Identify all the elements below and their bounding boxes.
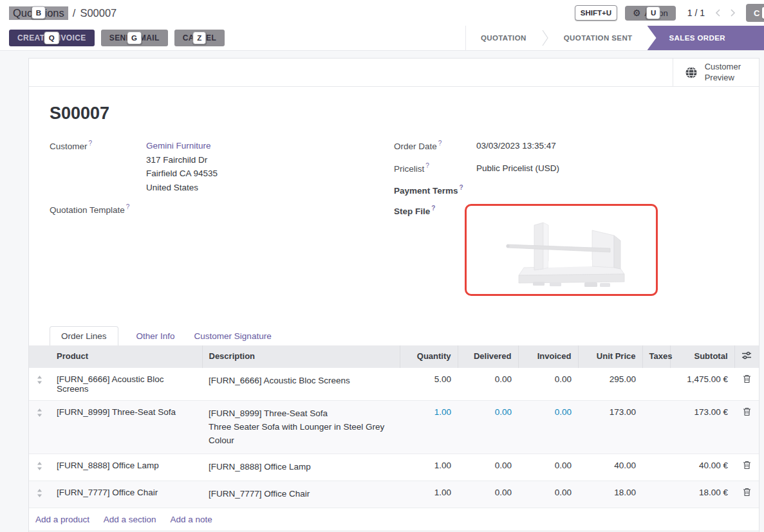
cell-product[interactable]: [FURN_6666] Acoustic Bloc Screens [50, 367, 202, 400]
stage-quotation-sent[interactable]: QUOTATION SENT [549, 26, 648, 50]
order-date-label: Order Date? [394, 139, 476, 153]
add-a-note-link[interactable]: Add a note [170, 515, 212, 524]
hotkey-hint-breadcrumb: B [32, 6, 46, 19]
field-payment-terms: Payment Terms? [394, 183, 738, 196]
chevron-right-icon [730, 8, 736, 17]
cell-description[interactable]: [FURN_6666] Acoustic Bloc Screens [202, 367, 400, 400]
field-step-file: Step File? [394, 204, 738, 296]
tab-customer-signature[interactable]: Customer Signature [193, 327, 273, 345]
status-pipeline: QUOTATION QUOTATION SENT SALES ORDER [465, 26, 764, 50]
cell-taxes[interactable] [642, 481, 670, 508]
delete-row-button[interactable] [734, 367, 759, 400]
trash-icon [743, 461, 751, 470]
cell-unit-price[interactable]: 295.00 [578, 367, 642, 400]
cell-delivered[interactable]: 0.00 [458, 454, 518, 481]
add-a-product-link[interactable]: Add a product [35, 515, 89, 524]
record-title: S00007 [50, 104, 738, 124]
help-icon: ? [425, 162, 429, 169]
cell-taxes[interactable] [642, 400, 670, 454]
cell-invoiced[interactable]: 0.00 [518, 367, 578, 400]
cell-invoiced[interactable]: 0.00 [518, 400, 578, 454]
cell-unit-price[interactable]: 173.00 [578, 400, 642, 454]
customer-address-line2: Fairfield CA 94535 [146, 169, 218, 178]
control-panel: CREATE INVOICE Q SEND EMAIL G CANCEL Z Q… [0, 26, 764, 51]
sheet-body: S00007 Customer? Gemini Furniture 317 Fa… [29, 87, 759, 532]
tab-order-lines[interactable]: Order Lines [50, 326, 118, 345]
cell-quantity[interactable]: 1.00 [400, 400, 458, 454]
cell-delivered[interactable]: 0.00 [458, 400, 518, 454]
tab-other-info[interactable]: Other Info [135, 327, 176, 345]
table-header-row: Product Description Quantity Delivered I… [29, 345, 759, 368]
drag-handle[interactable] [29, 367, 50, 400]
hotkey-hint-action: U [646, 6, 660, 19]
customer-preview-button[interactable]: Customer Preview [673, 59, 759, 86]
table-row: [FURN_6666] Acoustic Bloc Screens [FURN_… [29, 367, 759, 400]
customer-value: Gemini Furniture 317 Fairchild Dr Fairfi… [146, 139, 218, 194]
drag-handle[interactable] [29, 481, 50, 508]
send-email-button[interactable]: SEND EMAIL G [101, 30, 168, 46]
cell-taxes[interactable] [642, 367, 670, 400]
drag-handle[interactable] [29, 400, 50, 454]
drag-handle-icon [37, 408, 42, 417]
header-description[interactable]: Description [202, 345, 400, 368]
trash-icon [743, 488, 751, 497]
pager-previous-button[interactable] [715, 8, 721, 17]
cell-delivered[interactable]: 0.00 [458, 367, 518, 400]
cancel-button[interactable]: CANCEL Z [174, 30, 225, 46]
optional-columns-button[interactable] [734, 345, 759, 368]
cell-description[interactable]: [FURN_8999] Three-Seat Sofa Three Seater… [202, 400, 400, 454]
table-row: [FURN_8888] Office Lamp [FURN_8888] Offi… [29, 454, 759, 481]
pager-next-button[interactable] [730, 8, 736, 17]
cell-description[interactable]: [FURN_8888] Office Lamp [202, 454, 400, 481]
drag-handle-icon [37, 376, 42, 384]
cell-product[interactable]: [FURN_8999] Three-Seat Sofa [50, 400, 202, 454]
cell-unit-price[interactable]: 40.00 [578, 454, 642, 481]
cell-quantity[interactable]: 5.00 [400, 367, 458, 400]
header-quantity[interactable]: Quantity [400, 345, 458, 368]
cell-taxes[interactable] [642, 454, 670, 481]
add-a-section-link[interactable]: Add a section [104, 515, 156, 524]
form-view-container: Customer Preview S00007 Customer? [0, 51, 764, 532]
cell-invoiced[interactable]: 0.00 [518, 481, 578, 508]
notebook-tabs: Order Lines Other Info Customer Signatur… [50, 326, 738, 345]
drag-handle[interactable] [29, 454, 50, 481]
delete-row-button[interactable] [734, 481, 759, 508]
cell-quantity[interactable]: 1.00 [400, 454, 458, 481]
cell-product[interactable]: [FURN_8888] Office Lamp [50, 454, 202, 481]
top-navbar: Quotations B / S00007 SHIFT+U ⚙ Action U… [0, 0, 764, 26]
pricelist-value[interactable]: Public Pricelist (USD) [476, 161, 559, 176]
action-menu-button[interactable]: ⚙ Action U [625, 6, 676, 21]
header-unit-price[interactable]: Unit Price [578, 345, 642, 368]
cell-quantity[interactable]: 1.00 [400, 481, 458, 508]
cell-unit-price[interactable]: 18.00 [578, 481, 642, 508]
step-file-image[interactable] [465, 204, 658, 296]
delete-row-button[interactable] [734, 454, 759, 481]
step-file-label: Step File? [394, 204, 476, 296]
order-date-value[interactable]: 03/03/2023 13:35:47 [476, 139, 556, 153]
hotkey-hint-send-email: G [127, 32, 142, 44]
header-delivered[interactable]: Delivered [458, 345, 518, 368]
stage-sales-order[interactable]: SALES ORDER [648, 26, 764, 50]
header-subtotal[interactable]: Subtotal [670, 345, 734, 368]
cell-product[interactable]: [FURN_7777] Office Chair [50, 481, 202, 508]
delete-row-button[interactable] [734, 400, 759, 454]
breadcrumb-quotations[interactable]: Quotations B [9, 6, 68, 20]
quotation-template-label: Quotation Template? [50, 203, 146, 215]
header-taxes[interactable]: Taxes [642, 345, 670, 368]
form-sheet: Customer Preview S00007 Customer? [28, 58, 759, 532]
edge-cutoff-button[interactable]: C [746, 4, 764, 22]
cell-delivered[interactable]: 0.00 [458, 481, 518, 508]
customer-preview-label: Customer Preview [705, 62, 741, 84]
cell-invoiced[interactable]: 0.00 [518, 454, 578, 481]
help-icon: ? [126, 203, 130, 210]
field-column-right: Order Date? 03/03/2023 13:35:47 Pricelis… [394, 139, 738, 304]
customer-link[interactable]: Gemini Furniture [146, 141, 211, 151]
help-icon: ? [89, 140, 93, 147]
help-icon: ? [460, 184, 463, 191]
header-invoiced[interactable]: Invoiced [518, 345, 578, 368]
create-invoice-button[interactable]: CREATE INVOICE Q [9, 30, 95, 46]
header-product[interactable]: Product [50, 345, 202, 368]
table-row: [FURN_7777] Office Chair [FURN_7777] Off… [29, 481, 759, 508]
cell-description[interactable]: [FURN_7777] Office Chair [202, 481, 400, 508]
stage-quotation[interactable]: QUOTATION [466, 26, 541, 50]
